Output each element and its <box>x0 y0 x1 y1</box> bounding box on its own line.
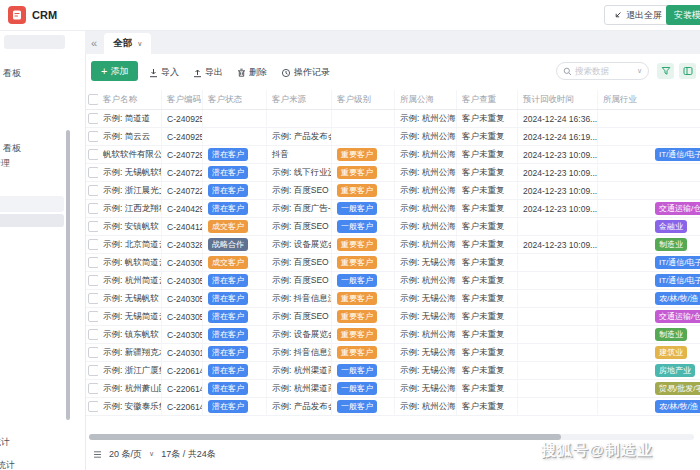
table-row[interactable]: 示例: 北京简道云...C-240328...战略合作示例: 设备展览会...重… <box>85 236 700 254</box>
table-row[interactable]: 示例: 帆软简道云C-240305...成交客户示例: 百度SEO重要客户示例:… <box>85 254 700 272</box>
industry-badge: IT/通信/电子 <box>655 274 700 287</box>
row-checkbox[interactable] <box>88 239 98 250</box>
sidebar-item-selected[interactable] <box>0 214 64 227</box>
cell-code: C-240305... <box>162 290 203 307</box>
table-row[interactable]: 帆软软件有限公司C-240729...潜在客户抖音重要客户示例: 杭州公海池客户… <box>85 146 700 164</box>
row-checkbox[interactable] <box>88 167 98 178</box>
cell-source: 示例: 百度SEO <box>267 308 332 325</box>
cell-level: 重要客户 <box>332 290 395 307</box>
column-header-pool[interactable]: 所属公海 <box>395 90 457 109</box>
cell-industry: 制造业 <box>598 326 700 343</box>
cell-pool: 示例: 杭州公海池 <box>395 164 457 181</box>
industry-badge: 建筑业 <box>655 346 687 359</box>
cell-pool: 示例: 杭州公海池 <box>395 110 457 127</box>
status-badge: 潜在客户 <box>208 274 248 287</box>
row-checkbox[interactable] <box>88 293 98 304</box>
table-row[interactable]: 示例: 浙江广厦集团C-220614...潜在客户示例: 杭州渠道商...一般客… <box>85 362 700 380</box>
level-badge: 一般客户 <box>337 400 377 413</box>
table-row[interactable]: 示例: 江西龙翔科...C-240429...潜在客户示例: 百度广告-SEM一… <box>85 200 700 218</box>
chevron-down-icon[interactable]: ∨ <box>137 40 142 48</box>
row-checkbox[interactable] <box>88 275 98 286</box>
sidebar-scrollbar[interactable] <box>66 130 70 420</box>
cell-status: 成交客户 <box>203 218 267 235</box>
table-row[interactable]: 示例: 无锡帆软软件C-240722...潜在客户示例: 线下行业沙龙重要客户示… <box>85 164 700 182</box>
cell-code: C-240429... <box>162 200 203 217</box>
export-button[interactable]: 导出 <box>193 66 223 79</box>
import-button[interactable]: 导入 <box>149 66 179 79</box>
operation-log-button[interactable]: 操作记录 <box>281 66 330 79</box>
table-row[interactable]: 示例: 无锡简道云C-240305...潜在客户示例: 百度SEO重要客户示例:… <box>85 308 700 326</box>
search-chevron-down-icon[interactable]: ∨ <box>637 67 642 75</box>
level-badge: 重要客户 <box>337 328 377 341</box>
cell-name: 示例: 无锡帆软 <box>98 290 162 307</box>
display-settings-button[interactable] <box>679 63 696 79</box>
cell-code: C-240305... <box>162 326 203 343</box>
column-header-dedup[interactable]: 客户查重 <box>457 90 518 109</box>
row-checkbox[interactable] <box>88 329 98 340</box>
horizontal-scrollbar-track[interactable] <box>89 434 694 440</box>
column-header-source[interactable]: 客户来源 <box>267 90 332 109</box>
row-checkbox[interactable] <box>88 185 98 196</box>
cell-code: C-240722... <box>162 182 203 199</box>
cell-status: 潜在客户 <box>203 164 267 181</box>
table-row[interactable]: 示例: 简云云C-240925...示例: 产品发布会...示例: 杭州公海池客… <box>85 128 700 146</box>
column-header-level[interactable]: 客户级别 <box>332 90 395 109</box>
row-checkbox[interactable] <box>88 113 98 124</box>
install-template-button[interactable]: 安装模板 <box>666 5 700 25</box>
status-badge: 潜在客户 <box>208 202 248 215</box>
column-header-industry[interactable]: 所属行业 <box>598 90 700 109</box>
table-row[interactable]: 示例: 杭州萧山国...C-220614...潜在客户示例: 杭州渠道商...一… <box>85 380 700 398</box>
horizontal-scrollbar-thumb[interactable] <box>89 434 561 440</box>
row-checkbox[interactable] <box>88 149 98 160</box>
sidebar-item-manage[interactable]: 管理 <box>0 157 10 170</box>
table-row[interactable]: 示例: 无锡帆软C-240305...潜在客户示例: 抖音信息流重要客户示例: … <box>85 290 700 308</box>
select-all-checkbox[interactable] <box>88 94 98 105</box>
sidebar-item-kanban-2[interactable]: 看板 <box>3 142 21 155</box>
table-row[interactable]: 示例: 镇东帆软C-240305...潜在客户示例: 设备展览会...重要客户示… <box>85 326 700 344</box>
workspace-selector-skeleton[interactable] <box>4 35 65 49</box>
row-checkbox[interactable] <box>88 383 98 394</box>
exit-fullscreen-button[interactable]: 退出全屏 <box>604 5 671 25</box>
sidebar-item-kanban[interactable]: 看板 <box>3 67 21 80</box>
cell-code: C-240301... <box>162 344 203 361</box>
row-checkbox[interactable] <box>88 203 98 214</box>
add-button[interactable]: + 添加 <box>91 61 138 81</box>
search-input[interactable] <box>575 66 627 76</box>
row-checkbox[interactable] <box>88 257 98 268</box>
sidebar-item-hover[interactable] <box>0 196 64 212</box>
filter-button[interactable] <box>657 63 674 79</box>
page-size-chevron-down-icon[interactable]: ∨ <box>149 450 154 458</box>
row-checkbox[interactable] <box>88 347 98 358</box>
row-checkbox[interactable] <box>88 131 98 142</box>
level-badge: 重要客户 <box>337 310 377 323</box>
column-header-code[interactable]: 客户编码 <box>162 90 203 109</box>
table-row[interactable]: 示例: 新疆翔克水...C-240301...潜在客户示例: 抖音信息流重要客户… <box>85 344 700 362</box>
table-row[interactable]: 示例: 浙江晨光文...C-240722...潜在客户示例: 百度SEO重要客户… <box>85 182 700 200</box>
exit-fullscreen-icon <box>613 11 622 20</box>
table-row[interactable]: 示例: 简道道C-240925...示例: 杭州公海池客户未重复2024-12-… <box>85 110 700 128</box>
cell-name: 示例: 杭州萧山国... <box>98 380 162 397</box>
table-row[interactable]: 示例: 杭州简道云C-240305...潜在客户示例: 百度SEO一般客户示例:… <box>85 272 700 290</box>
table-row[interactable]: 示例: 安徽泰乐集团C-220614...潜在客户示例: 产品发布会...一般客… <box>85 398 700 416</box>
search-box[interactable]: ∨ <box>556 62 649 80</box>
industry-badge: IT/通信/电子 <box>655 148 700 161</box>
status-badge: 潜在客户 <box>208 184 248 197</box>
column-header-name[interactable]: 客户名称 <box>98 90 162 109</box>
row-checkbox[interactable] <box>88 311 98 322</box>
cell-name: 示例: 无锡简道云 <box>98 308 162 325</box>
row-checkbox[interactable] <box>88 221 98 232</box>
row-checkbox[interactable] <box>88 365 98 376</box>
row-checkbox-cell <box>85 182 98 199</box>
collapse-sidebar-icon[interactable]: « <box>91 37 97 49</box>
sidebar-item-stats-2[interactable]: 统计 <box>0 459 15 470</box>
cell-time: 2024-12-23 10:09... <box>518 236 598 253</box>
delete-button[interactable]: 删除 <box>237 66 267 79</box>
cell-industry <box>598 110 700 127</box>
column-header-status[interactable]: 客户状态 <box>203 90 267 109</box>
page-size-select[interactable]: 20 条/页 <box>109 448 142 461</box>
tab-all[interactable]: 全部 ∨ <box>104 33 151 54</box>
row-checkbox[interactable] <box>88 401 98 412</box>
column-header-time[interactable]: 预计回收时间 <box>518 90 598 109</box>
table-row[interactable]: 示例: 安镇帆软C-240412...成交客户示例: 百度SEO一般客户示例: … <box>85 218 700 236</box>
sidebar-item-stats[interactable]: 统计 <box>0 436 10 449</box>
